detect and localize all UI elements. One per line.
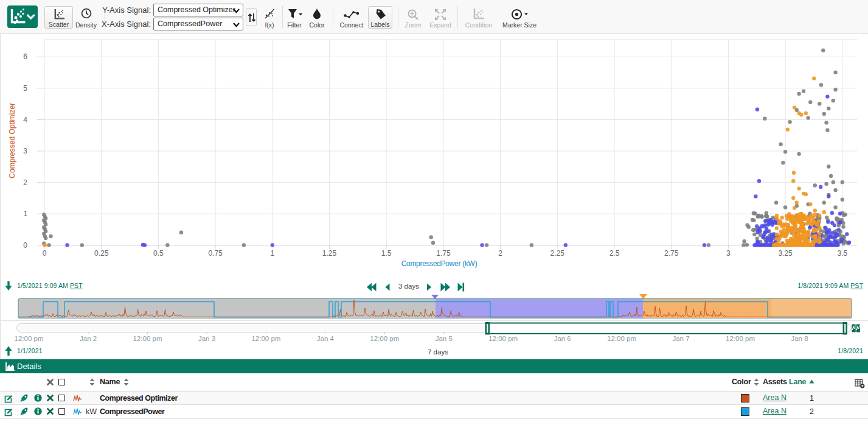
svg-text:1: 1 — [23, 209, 27, 218]
svg-text:Jan 5: Jan 5 — [436, 335, 453, 342]
svg-text:0: 0 — [43, 249, 47, 258]
svg-text:12:00 pm: 12:00 pm — [726, 335, 755, 342]
svg-text:12:00 pm: 12:00 pm — [133, 335, 162, 342]
svg-text:CompressedPower (kW): CompressedPower (kW) — [401, 259, 477, 268]
svg-text:1: 1 — [270, 249, 274, 258]
svg-text:2: 2 — [498, 249, 502, 258]
svg-text:12:00 pm: 12:00 pm — [251, 335, 280, 342]
svg-text:Jan 6: Jan 6 — [554, 335, 571, 342]
svg-text:0.5: 0.5 — [153, 249, 164, 258]
svg-text:Jan 4: Jan 4 — [317, 335, 335, 342]
svg-text:2: 2 — [23, 178, 27, 187]
svg-text:12:00 pm: 12:00 pm — [15, 335, 44, 342]
svg-text:4: 4 — [23, 116, 27, 124]
svg-text:0.75: 0.75 — [208, 249, 223, 258]
svg-text:Compressed Optimizer: Compressed Optimizer — [8, 103, 16, 178]
svg-text:2.25: 2.25 — [550, 249, 565, 258]
svg-text:1.25: 1.25 — [322, 249, 337, 258]
svg-text:3: 3 — [23, 147, 27, 155]
svg-text:3.5: 3.5 — [837, 249, 847, 258]
svg-text:0: 0 — [23, 241, 27, 250]
svg-text:Jan 8: Jan 8 — [791, 335, 808, 342]
svg-text:5: 5 — [23, 84, 27, 93]
svg-text:Jan 3: Jan 3 — [198, 335, 215, 342]
svg-text:3.25: 3.25 — [778, 249, 793, 258]
svg-text:0.25: 0.25 — [94, 249, 109, 258]
svg-text:Jan 7: Jan 7 — [672, 335, 689, 342]
svg-text:6: 6 — [23, 52, 27, 61]
svg-text:Jan 2: Jan 2 — [80, 335, 97, 342]
svg-text:12:00 pm: 12:00 pm — [488, 335, 518, 342]
svg-text:3: 3 — [726, 249, 731, 258]
svg-text:12:00 pm: 12:00 pm — [607, 335, 636, 342]
svg-text:2.5: 2.5 — [609, 249, 620, 258]
svg-text:12:00 pm: 12:00 pm — [370, 335, 399, 342]
svg-text:1.75: 1.75 — [436, 249, 451, 258]
svg-text:1.5: 1.5 — [381, 249, 392, 258]
svg-text:2.75: 2.75 — [664, 249, 679, 258]
